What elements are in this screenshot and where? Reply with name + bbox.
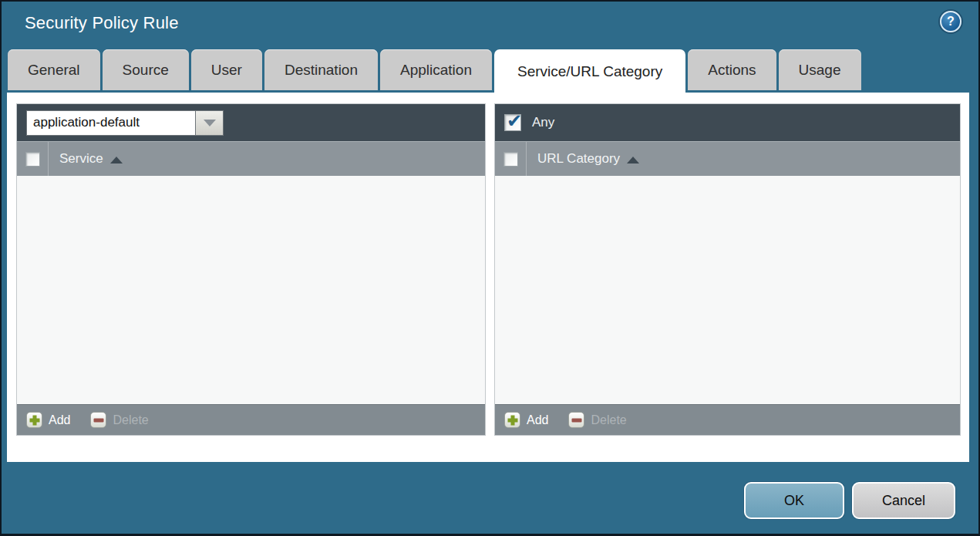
tab-user[interactable]: User: [191, 49, 262, 90]
service-toolbar: Add Delete: [17, 404, 485, 435]
tab-bar: GeneralSourceUserDestinationApplicationS…: [8, 49, 978, 93]
security-policy-rule-dialog: Security Policy Rule ? GeneralSourceUser…: [0, 0, 980, 536]
service-type-dropdown-value[interactable]: application-default: [26, 110, 196, 136]
url-category-column-label-text: URL Category: [537, 151, 620, 167]
url-category-toolbar: Add Delete: [495, 404, 960, 435]
url-category-delete-button[interactable]: Delete: [568, 412, 626, 428]
service-type-dropdown[interactable]: application-default: [26, 110, 224, 136]
service-column-label-text: Service: [59, 151, 103, 167]
service-column-label[interactable]: Service: [59, 151, 123, 167]
tab-general[interactable]: General: [8, 49, 100, 90]
url-category-column-label[interactable]: URL Category: [537, 151, 639, 167]
service-list-body[interactable]: [17, 176, 485, 404]
url-category-select-all-cell: [495, 142, 527, 176]
service-type-dropdown-button[interactable]: [196, 110, 224, 136]
sort-ascending-icon: [110, 157, 123, 163]
ok-button[interactable]: OK: [744, 482, 844, 519]
service-panel-topbar: application-default: [17, 104, 485, 141]
url-category-add-button[interactable]: Add: [504, 412, 548, 428]
service-delete-button[interactable]: Delete: [90, 412, 148, 428]
minus-icon: [90, 412, 106, 428]
dialog-title: Security Policy Rule: [25, 13, 179, 33]
service-column-header: Service: [17, 141, 485, 176]
service-delete-label: Delete: [113, 413, 148, 427]
url-category-add-label: Add: [527, 413, 548, 427]
cancel-button[interactable]: Cancel: [852, 482, 955, 519]
url-category-panel: Any URL Category Add Delete: [494, 103, 961, 436]
url-category-panel-topbar: Any: [495, 104, 960, 141]
url-category-delete-label: Delete: [591, 413, 626, 427]
tab-usage[interactable]: Usage: [779, 49, 861, 90]
sort-ascending-icon: [627, 157, 639, 163]
url-category-column-header: URL Category: [495, 141, 960, 176]
plus-icon: [26, 412, 42, 428]
help-icon[interactable]: ?: [940, 11, 961, 32]
service-select-all-checkbox[interactable]: [25, 152, 40, 167]
service-select-all-cell: [17, 142, 49, 176]
tab-source[interactable]: Source: [103, 49, 189, 90]
any-checkbox[interactable]: [504, 114, 521, 131]
service-panel: application-default Service: [16, 103, 486, 436]
tab-service-url-category[interactable]: Service/URL Category: [494, 49, 685, 93]
dialog-content: application-default Service: [7, 93, 969, 462]
url-category-select-all-checkbox[interactable]: [503, 152, 518, 167]
dialog-titlebar: Security Policy Rule ?: [2, 2, 978, 48]
any-checkbox-label[interactable]: Any: [532, 115, 554, 130]
url-category-list-body[interactable]: [495, 176, 960, 404]
service-add-label: Add: [49, 413, 70, 427]
tab-destination[interactable]: Destination: [264, 49, 378, 90]
tab-application[interactable]: Application: [380, 49, 492, 90]
minus-icon: [568, 412, 584, 428]
chevron-down-icon: [204, 120, 216, 126]
tab-actions[interactable]: Actions: [688, 49, 776, 90]
service-add-button[interactable]: Add: [26, 412, 70, 428]
plus-icon: [504, 412, 520, 428]
